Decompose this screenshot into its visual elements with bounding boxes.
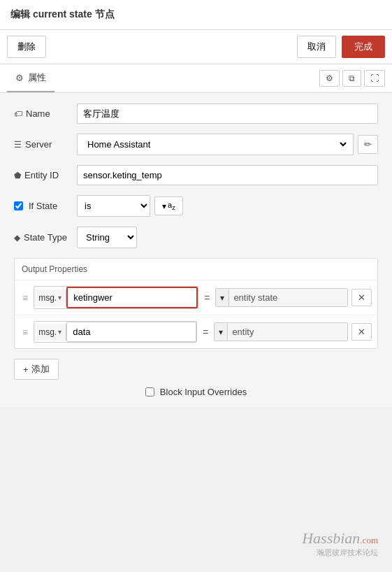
block-override-label: Block Input Overrides: [160, 387, 247, 397]
add-button[interactable]: + 添加: [14, 359, 59, 380]
value-field-2: ▾ entity: [214, 322, 348, 341]
entity-id-row: ⬟ Entity ID: [14, 165, 378, 185]
watermark-logo-text: Hassbian: [302, 529, 360, 547]
az-button[interactable]: ▾ az: [154, 196, 183, 215]
if-state-checkbox[interactable]: [14, 201, 23, 210]
if-state-label: If State: [29, 201, 57, 211]
server-row: ☰ Server Home Assistant ✏: [14, 134, 378, 155]
watermark-sub: 瀚思彼岸技术论坛: [302, 548, 378, 558]
state-type-select[interactable]: String Number Boolean: [77, 227, 137, 248]
msg-input-1[interactable]: [66, 287, 198, 308]
drag-handle-2[interactable]: ≡: [20, 327, 30, 338]
gear-tab-icon: ⚙: [15, 73, 24, 83]
tab-properties-label: 属性: [28, 71, 46, 84]
output-properties-section: Output Properties ≡ msg. ▾ = ▾ entity st…: [14, 258, 378, 349]
page-title: 编辑 current state 节点: [10, 8, 115, 20]
msg-field-1: msg. ▾: [34, 286, 198, 309]
tab-action-copy[interactable]: ⧉: [342, 70, 361, 87]
output-properties-header: Output Properties: [15, 259, 377, 280]
state-type-label: State Type: [24, 232, 67, 243]
block-override-checkbox[interactable]: [145, 387, 154, 396]
cancel-button[interactable]: 取消: [297, 36, 336, 58]
server-icon: ☰: [14, 140, 22, 150]
server-select[interactable]: Home Assistant: [82, 134, 349, 155]
state-type-row: ◆ State Type String Number Boolean: [14, 227, 378, 248]
edit-server-button[interactable]: ✏: [358, 135, 378, 154]
name-row: 🏷 Name: [14, 103, 378, 124]
watermark-com: .com: [360, 535, 378, 545]
entity-id-label: Entity ID: [24, 170, 59, 180]
value-text-1: entity state: [229, 289, 347, 306]
watermark: Hassbian.com 瀚思彼岸技术论坛: [302, 529, 378, 558]
value-prefix-btn-2[interactable]: ▾: [215, 324, 228, 341]
name-label: Name: [26, 108, 50, 119]
output-row-2: ≡ msg. ▾ = ▾ entity ✕: [15, 315, 377, 348]
block-override-row: Block Input Overrides: [14, 387, 378, 397]
msg-input-2[interactable]: [66, 322, 196, 342]
tab-action-gear[interactable]: ⚙: [319, 70, 340, 87]
if-state-select[interactable]: isis notless thangreater than: [77, 195, 150, 217]
remove-btn-1[interactable]: ✕: [351, 289, 372, 306]
name-input[interactable]: [77, 103, 378, 124]
delete-button[interactable]: 删除: [7, 36, 46, 58]
add-plus-icon: +: [23, 364, 29, 375]
msg-field-2: msg. ▾: [34, 321, 197, 343]
value-field-1: ▾ entity state: [215, 288, 348, 307]
add-label: 添加: [31, 363, 50, 376]
value-prefix-btn-1[interactable]: ▾: [216, 289, 229, 306]
tab-properties[interactable]: ⚙ 属性: [7, 64, 55, 92]
output-row-1: ≡ msg. ▾ = ▾ entity state ✕: [15, 280, 377, 315]
tab-action-expand[interactable]: ⛶: [364, 70, 385, 87]
msg-prefix-btn-2[interactable]: msg. ▾: [34, 324, 66, 341]
entity-id-input[interactable]: [77, 165, 378, 185]
equals-2: =: [201, 327, 210, 338]
msg-prefix-btn-1[interactable]: msg. ▾: [34, 289, 66, 306]
server-label: Server: [25, 139, 52, 150]
remove-btn-2[interactable]: ✕: [351, 323, 372, 341]
drag-handle-1[interactable]: ≡: [20, 292, 30, 303]
if-state-row: If State isis notless thangreater than ▾…: [14, 195, 378, 217]
equals-1: =: [202, 292, 212, 303]
value-text-2: entity: [228, 323, 347, 341]
state-type-icon: ◆: [14, 233, 20, 243]
name-icon: 🏷: [14, 109, 22, 119]
done-button[interactable]: 完成: [342, 36, 385, 58]
entity-id-icon: ⬟: [14, 171, 21, 180]
